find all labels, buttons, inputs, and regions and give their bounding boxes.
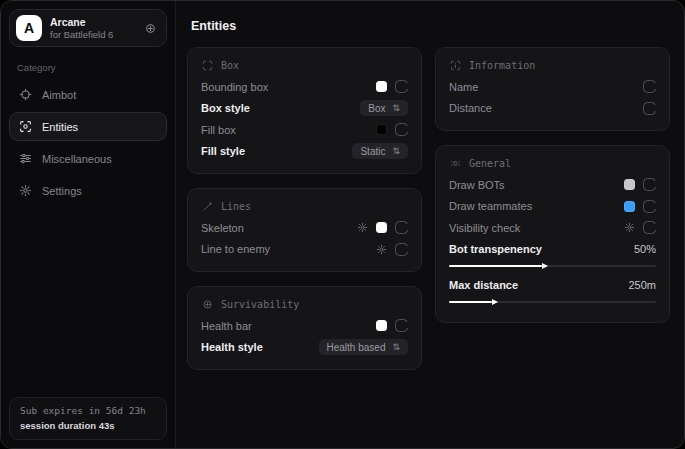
row-label: Skeleton xyxy=(201,222,244,234)
sliders-icon xyxy=(19,152,32,165)
row-label: Draw teammates xyxy=(449,200,532,212)
max-distance-slider-thumb[interactable] xyxy=(492,299,498,305)
row-draw-teammates: Draw teammates xyxy=(449,196,656,218)
row-draw-bots: Draw BOTs xyxy=(449,174,656,196)
app-subtitle: for Battlefield 6 xyxy=(50,29,113,40)
card-box: BoxBounding boxBox styleBox⇅Fill boxFill… xyxy=(187,47,422,174)
card-header: Information xyxy=(450,60,656,71)
chevron-updown-icon: ⇅ xyxy=(392,104,400,113)
category-label: Category xyxy=(17,62,167,73)
logo-card: A Arcane for Battlefield 6 xyxy=(9,9,167,47)
bot-transpenency-value: 50% xyxy=(634,243,656,255)
distance-checkbox[interactable] xyxy=(643,102,656,115)
gear-icon xyxy=(19,184,32,197)
sidebar-item-aimbot[interactable]: Aimbot xyxy=(9,80,167,109)
card-title: Survivability xyxy=(221,299,299,310)
visibility-check-settings-gear-icon[interactable] xyxy=(624,222,635,233)
scan-person-icon xyxy=(19,120,32,133)
line-to-enemy-settings-gear-icon[interactable] xyxy=(376,244,387,255)
fill-box-checkbox[interactable] xyxy=(395,123,408,136)
row-bounding-box: Bounding box xyxy=(201,76,408,98)
row-label: Bot transpenency xyxy=(449,243,542,255)
left-column: BoxBounding boxBox styleBox⇅Fill boxFill… xyxy=(187,47,422,370)
grid-dots-icon xyxy=(450,158,461,169)
fill-style-select-value: Static xyxy=(360,146,385,157)
visibility-check-checkbox[interactable] xyxy=(643,221,656,234)
row-line-to-enemy: Line to enemy xyxy=(201,239,408,261)
health-bar-checkbox[interactable] xyxy=(395,319,408,332)
bounding-box-color-swatch[interactable] xyxy=(376,81,387,92)
sidebar-item-miscellaneous[interactable]: Miscellaneous xyxy=(9,144,167,173)
row-label: Fill box xyxy=(201,124,236,136)
card-header: Box xyxy=(202,60,408,71)
card-information: InformationNameDistance xyxy=(435,47,670,131)
subscription-status-card: Sub expires in 56d 23h session duration … xyxy=(9,397,167,440)
row-label: Box style xyxy=(201,102,250,114)
row-health-bar: Health bar xyxy=(201,315,408,337)
sidebar-item-settings[interactable]: Settings xyxy=(9,176,167,205)
draw-bots-color-swatch[interactable] xyxy=(624,179,635,190)
box-style-select[interactable]: Box⇅ xyxy=(360,100,408,116)
skeleton-settings-gear-icon[interactable] xyxy=(357,222,368,233)
fill-box-color-swatch[interactable] xyxy=(376,124,387,135)
bot-transpenency-slider[interactable] xyxy=(449,265,656,267)
target-icon[interactable] xyxy=(144,22,157,35)
card-title: Lines xyxy=(221,201,251,212)
app-title: Arcane xyxy=(50,16,113,28)
sidebar-item-entities[interactable]: Entities xyxy=(9,112,167,141)
row-distance: Distance xyxy=(449,98,656,120)
row-label: Visibility check xyxy=(449,222,520,234)
max-distance-slider[interactable] xyxy=(449,301,656,303)
row-bot-transpenency: Bot transpenency50% xyxy=(449,239,656,275)
row-label: Bounding box xyxy=(201,81,268,93)
health-icon xyxy=(202,299,213,310)
row-max-distance: Max distance250m xyxy=(449,275,656,311)
card-general: GeneralDraw BOTsDraw teammatesVisibility… xyxy=(435,145,670,323)
sidebar-item-label: Entities xyxy=(42,121,78,133)
draw-teammates-checkbox[interactable] xyxy=(643,200,656,213)
row-label: Draw BOTs xyxy=(449,179,505,191)
draw-bots-checkbox[interactable] xyxy=(643,178,656,191)
fill-style-select[interactable]: Static⇅ xyxy=(352,143,408,159)
info-scan-icon xyxy=(450,60,461,71)
card-title: Box xyxy=(221,60,239,71)
chevron-updown-icon: ⇅ xyxy=(392,147,400,156)
row-label: Health bar xyxy=(201,320,252,332)
skeleton-color-swatch[interactable] xyxy=(376,222,387,233)
main-panel: Entities BoxBounding boxBox styleBox⇅Fil… xyxy=(176,1,684,448)
row-visibility-check: Visibility check xyxy=(449,217,656,239)
logo-text: Arcane for Battlefield 6 xyxy=(50,16,113,40)
row-label: Line to enemy xyxy=(201,243,270,255)
row-health-style: Health styleHealth based⇅ xyxy=(201,337,408,359)
line-diagonal-icon xyxy=(202,201,213,212)
card-lines: LinesSkeletonLine to enemy xyxy=(187,188,422,272)
card-header: Lines xyxy=(202,201,408,212)
max-distance-value: 250m xyxy=(628,279,656,291)
sub-expiry-text: Sub expires in 56d 23h xyxy=(20,405,156,416)
card-title: General xyxy=(469,158,511,169)
box-style-select-value: Box xyxy=(368,103,385,114)
row-label: Max distance xyxy=(449,279,518,291)
card-header: Survivability xyxy=(202,299,408,310)
name-checkbox[interactable] xyxy=(643,80,656,93)
row-name: Name xyxy=(449,76,656,98)
chevron-updown-icon: ⇅ xyxy=(392,343,400,352)
card-title: Information xyxy=(469,60,535,71)
box-corners-icon xyxy=(202,60,213,71)
row-label: Name xyxy=(449,81,478,93)
sidebar-item-label: Miscellaneous xyxy=(42,153,112,165)
app-window: A Arcane for Battlefield 6 Category Aimb… xyxy=(0,0,685,449)
sidebar: A Arcane for Battlefield 6 Category Aimb… xyxy=(1,1,176,448)
draw-teammates-color-swatch[interactable] xyxy=(624,201,635,212)
health-bar-color-swatch[interactable] xyxy=(376,320,387,331)
bounding-box-checkbox[interactable] xyxy=(395,80,408,93)
health-style-select[interactable]: Health based⇅ xyxy=(319,339,408,355)
row-label: Health style xyxy=(201,341,263,353)
app-logo: A xyxy=(16,15,42,41)
skeleton-checkbox[interactable] xyxy=(395,221,408,234)
health-style-select-value: Health based xyxy=(327,342,386,353)
row-label: Distance xyxy=(449,102,492,114)
line-to-enemy-checkbox[interactable] xyxy=(395,243,408,256)
crosshair-icon xyxy=(19,88,32,101)
bot-transpenency-slider-thumb[interactable] xyxy=(542,263,548,269)
